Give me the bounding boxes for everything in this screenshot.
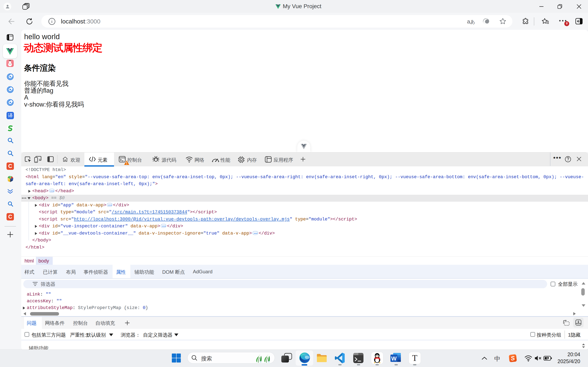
svg-text:W: W (391, 355, 397, 362)
